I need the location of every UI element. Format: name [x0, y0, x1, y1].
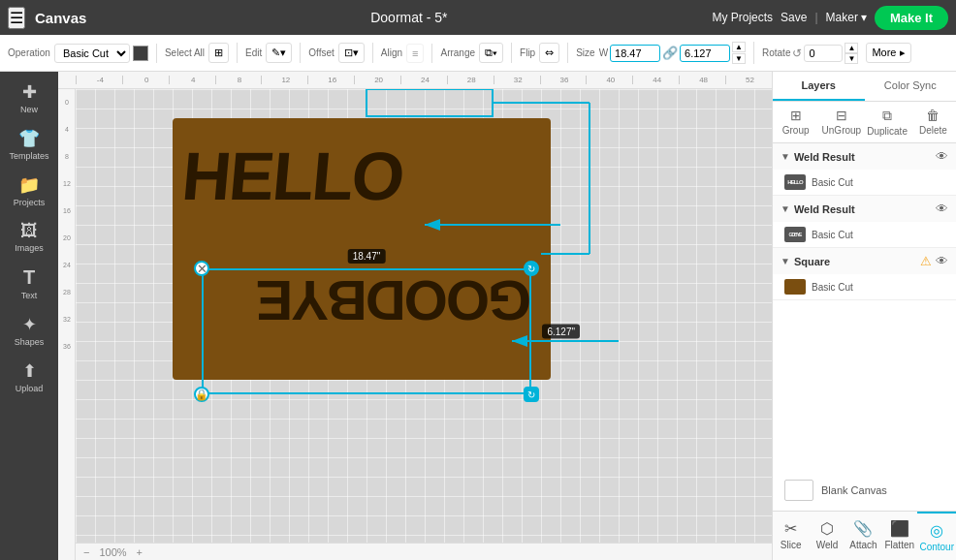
weld2-title: Weld Result: [794, 203, 932, 215]
width-input[interactable]: [610, 45, 660, 62]
sidebar-item-templates[interactable]: 👕 Templates: [3, 122, 55, 167]
sidebar-item-images[interactable]: 🖼 Images: [3, 215, 55, 259]
my-projects-button[interactable]: My Projects: [712, 11, 773, 24]
attach-tool[interactable]: 📎 Attach: [845, 512, 881, 560]
rotate-spinners: ▲ ▼: [844, 43, 858, 64]
sidebar-item-shapes[interactable]: ✦ Shapes: [3, 308, 55, 353]
zoom-out-button[interactable]: −: [83, 546, 89, 558]
sidebar-item-new[interactable]: ✚ New: [3, 76, 55, 120]
offset-group: Offset ⊡▾: [308, 43, 373, 63]
ruler-tick: 44: [632, 76, 679, 84]
panel-spacer: [773, 300, 956, 470]
tab-layers[interactable]: Layers: [773, 72, 865, 101]
select-all-button[interactable]: ⊞: [208, 43, 229, 63]
more-button[interactable]: More ▸: [866, 43, 910, 63]
images-label: Images: [15, 243, 44, 253]
sidebar-item-upload[interactable]: ⬆ Upload: [3, 355, 55, 399]
square-thumb: [784, 279, 806, 295]
layer-section-square-header[interactable]: ▼ Square ⚠ 👁: [773, 248, 956, 274]
weld-tool[interactable]: ⬡ Weld: [809, 512, 844, 560]
contour-tool[interactable]: ◎ Contour: [917, 512, 956, 560]
lock-handle[interactable]: 🔒: [194, 387, 209, 402]
arrow-goodbye: [502, 327, 619, 356]
design-group[interactable]: HELLO GOODBYE ✕ ↻ 🔒 ↻ 18.47" 6.127": [173, 118, 580, 428]
ruler-tick: 16: [307, 76, 354, 84]
delete-button[interactable]: 🗑 Delete: [910, 102, 956, 142]
rotate-up-button[interactable]: ▲: [844, 43, 858, 53]
upload-icon: ⬆: [22, 360, 37, 382]
rotate-down-button[interactable]: ▼: [844, 53, 858, 64]
ruler-tick: 4: [169, 76, 215, 84]
close-handle[interactable]: ✕: [194, 261, 209, 276]
offset-button[interactable]: ⊡▾: [338, 43, 365, 63]
arrange-button[interactable]: ⧉▾: [479, 43, 503, 63]
flatten-tool[interactable]: ⬛ Flatten: [881, 512, 917, 560]
height-spinners[interactable]: ▲ ▼: [732, 42, 746, 64]
height-down-button[interactable]: ▼: [732, 53, 746, 64]
contour-icon: ◎: [919, 521, 954, 540]
ungroup-button[interactable]: ⊟ UnGroup: [818, 102, 864, 142]
zoom-level[interactable]: 100%: [99, 546, 126, 558]
layer-section-weld2-header[interactable]: ▼ Weld Result 👁: [773, 196, 956, 222]
arrange-label: Arrange: [440, 48, 475, 58]
warning-icon: ⚠: [920, 254, 932, 268]
ruler-tick: 32: [494, 76, 540, 84]
rotate-handle-br[interactable]: ↻: [524, 387, 539, 402]
rotate-input[interactable]: [804, 45, 843, 62]
ungroup-icon: ⊟: [820, 108, 862, 123]
makeit-button[interactable]: Make It: [875, 6, 948, 30]
slice-icon: ✂: [775, 519, 807, 538]
align-button[interactable]: ≡: [406, 44, 424, 63]
sidebar-item-projects[interactable]: 📁 Projects: [3, 169, 55, 213]
lock-icon[interactable]: 🔗: [662, 46, 678, 60]
chevron-down-icon: ▾: [861, 11, 867, 24]
plus-icon: ✚: [22, 81, 37, 103]
selection-box[interactable]: ✕ ↻ 🔒 ↻ 18.47" 6.127": [202, 268, 531, 394]
topbar-right: My Projects Save | Maker ▾ Make It: [712, 6, 948, 30]
blank-canvas-swatch[interactable]: [784, 480, 813, 501]
weld-icon: ⬡: [811, 519, 843, 538]
menu-icon[interactable]: ☰: [8, 7, 25, 29]
projects-label: Projects: [14, 198, 46, 207]
operation-select[interactable]: Basic Cut: [54, 44, 130, 63]
ruler-left: 0 4 8 12 16 20 24 28 32 36: [58, 89, 76, 560]
canvas-area[interactable]: -4 0 4 8 12 16 20 24 28 32 36 40 44 48 5…: [58, 72, 772, 560]
text-label: Text: [21, 291, 38, 300]
group-button[interactable]: ⊞ Group: [773, 102, 818, 142]
layer-section-weld1-header[interactable]: ▼ Weld Result 👁: [773, 143, 956, 170]
slice-tool[interactable]: ✂ Slice: [773, 512, 809, 560]
caret-icon: ▼: [781, 203, 790, 214]
eye-icon[interactable]: 👁: [936, 149, 948, 164]
layer-item-square[interactable]: Basic Cut: [773, 274, 956, 299]
edit-button[interactable]: ✎▾: [266, 43, 292, 63]
zoom-in-button[interactable]: +: [137, 546, 143, 558]
shapes-icon: ✦: [22, 314, 37, 335]
main-area: ✚ New 👕 Templates 📁 Projects 🖼 Images T …: [0, 72, 956, 560]
blank-canvas-label: Blank Canvas: [821, 484, 887, 496]
caret-icon: ▼: [781, 256, 790, 266]
flip-group: Flip ⇔: [520, 43, 568, 63]
document-title: Doormat - 5*: [115, 10, 702, 25]
edit-group: Edit ✎▾: [245, 43, 301, 63]
eye-icon[interactable]: 👁: [936, 254, 948, 268]
save-button[interactable]: Save: [781, 11, 807, 24]
size-label: Size: [576, 48, 594, 58]
tab-color-sync[interactable]: Color Sync: [865, 72, 957, 101]
duplicate-button[interactable]: ⧉ Duplicate: [865, 102, 910, 142]
canvas-content[interactable]: HELLO GOODBYE ✕ ↻ 🔒 ↻ 18.47" 6.127": [76, 89, 772, 560]
maker-button[interactable]: Maker ▾: [826, 11, 867, 24]
select-all-label: Select All: [165, 48, 205, 58]
layer-item-hello[interactable]: HELLO Basic Cut: [773, 170, 956, 195]
layer-item-goodbye[interactable]: GDBYE Basic Cut: [773, 222, 956, 247]
flip-button[interactable]: ⇔: [539, 43, 559, 63]
canvas-bottom: − 100% +: [76, 543, 772, 560]
height-up-button[interactable]: ▲: [732, 42, 746, 52]
rotate-handle-tr[interactable]: ↻: [524, 261, 539, 276]
eye-icon[interactable]: 👁: [936, 202, 948, 216]
height-input[interactable]: [680, 45, 730, 62]
ruler-tick: 52: [725, 76, 772, 84]
sidebar-item-text[interactable]: T Text: [3, 261, 55, 306]
color-swatch[interactable]: [133, 46, 148, 61]
hello-text[interactable]: HELLO: [179, 138, 406, 215]
toolbar: Operation Basic Cut Select All ⊞ Edit ✎▾…: [0, 35, 956, 72]
